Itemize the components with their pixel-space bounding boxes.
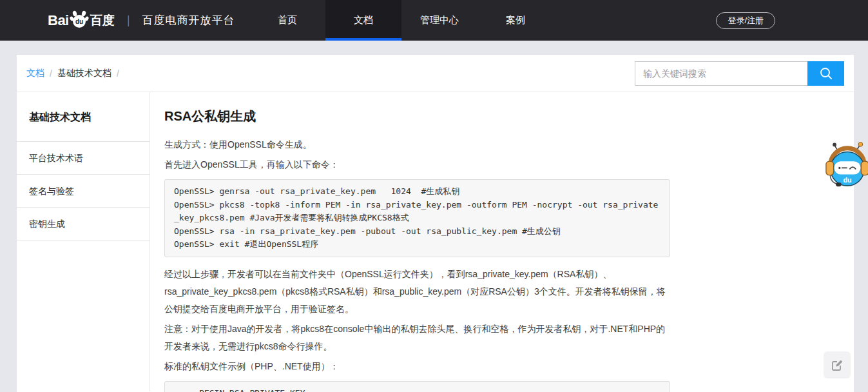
- page-container: 文档 / 基础技术文档 / 基础技术文档 平台技术术语 签名与验签 密钥生成: [17, 55, 854, 392]
- nav-item-cases[interactable]: 案例: [477, 0, 554, 41]
- sidebar-item-platform-terms[interactable]: 平台技术术语: [17, 142, 149, 175]
- main-nav: 首页 文档 管理中心 案例: [249, 0, 554, 41]
- logo-text-bai: Bai: [48, 12, 69, 29]
- breadcrumb: 文档 / 基础技术文档 /: [26, 68, 119, 79]
- search-icon: [819, 66, 833, 81]
- logo-text-baidu-cn: 百度: [90, 12, 115, 29]
- login-register-button[interactable]: 登录/注册: [716, 12, 775, 29]
- baidu-logo[interactable]: Bai du 百度 ｜ 百度电商开放平台: [48, 0, 235, 41]
- code-block-openssl-commands: OpenSSL> genrsa -out rsa_private_key.pem…: [164, 179, 670, 257]
- logo-divider: ｜: [123, 13, 134, 28]
- top-navbar: Bai du 百度 ｜ 百度电商开放平台 首页 文档 管理中心 案例 登录/注册: [0, 0, 868, 41]
- breadcrumb-separator: /: [50, 68, 52, 79]
- paragraph-generation-method: 生成方式：使用OpenSSL命令生成。: [164, 136, 670, 153]
- search-button[interactable]: [807, 61, 844, 86]
- svg-text:du: du: [75, 18, 83, 25]
- search-box: [635, 61, 844, 86]
- page-title: RSA公私钥生成: [164, 108, 670, 125]
- breadcrumb-current: 基础技术文档: [57, 68, 111, 79]
- paragraph-steps-result: 经过以上步骤，开发者可以在当前文件夹中（OpenSSL运行文件夹），看到rsa_…: [164, 266, 670, 318]
- robot-mascot-icon: du: [824, 141, 868, 190]
- paragraph-key-example-label: 标准的私钥文件示例（PHP、.NET使用）：: [164, 358, 670, 375]
- paragraph-note-java: 注意：对于使用Java的开发者，将pkcs8在console中输出的私钥去除头尾…: [164, 320, 670, 355]
- breadcrumb-link-docs[interactable]: 文档: [26, 68, 44, 79]
- svg-text:du: du: [843, 176, 851, 184]
- breadcrumb-bar: 文档 / 基础技术文档 /: [17, 55, 854, 92]
- sidebar-item-sign-verify[interactable]: 签名与验签: [17, 175, 149, 208]
- customer-service-robot[interactable]: du: [824, 141, 868, 190]
- doc-article: RSA公私钥生成 生成方式：使用OpenSSL命令生成。 首先进入OpenSSL…: [164, 108, 670, 392]
- sidebar-item-key-generation[interactable]: 密钥生成: [17, 208, 149, 240]
- nav-item-console[interactable]: 管理中心: [401, 0, 477, 41]
- feedback-edit-button[interactable]: [824, 351, 851, 378]
- paragraph-openssl-intro: 首先进入OpenSSL工具，再输入以下命令：: [164, 156, 670, 173]
- doc-main: RSA公私钥生成 生成方式：使用OpenSSL命令生成。 首先进入OpenSSL…: [150, 92, 854, 391]
- sidebar-title: 基础技术文档: [17, 92, 149, 142]
- nav-item-docs[interactable]: 文档: [325, 0, 401, 41]
- breadcrumb-separator: /: [117, 68, 119, 79]
- docs-sidebar: 基础技术文档 平台技术术语 签名与验签 密钥生成: [17, 92, 150, 391]
- content-row: 基础技术文档 平台技术术语 签名与验签 密钥生成 RSA公私钥生成 生成方式：使…: [17, 92, 854, 391]
- code-block-private-key-example: -----BEGIN RSA PRIVATE KEY----- MIICXQIB…: [164, 381, 670, 392]
- search-input[interactable]: [635, 61, 807, 86]
- nav-item-home[interactable]: 首页: [249, 0, 325, 41]
- site-name: 百度电商开放平台: [142, 13, 235, 28]
- edit-icon: [831, 358, 844, 371]
- baidu-paw-icon: du: [70, 9, 89, 28]
